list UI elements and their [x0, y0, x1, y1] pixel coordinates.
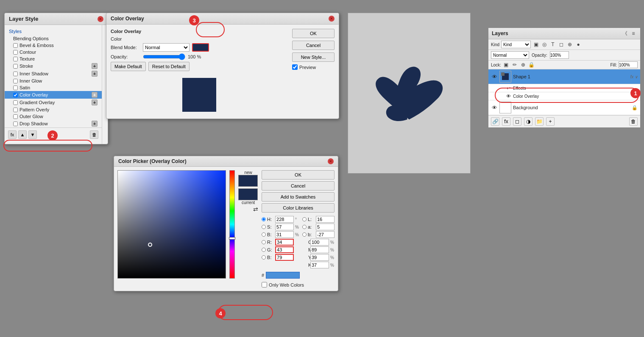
move-down-button[interactable]: ▼ — [28, 130, 37, 139]
satin-checkbox[interactable] — [13, 86, 18, 90]
reset-to-default-button[interactable]: Reset to Default — [148, 62, 190, 71]
color-overlay-eye-icon[interactable]: 👁 — [505, 93, 511, 99]
lock-transparent-button[interactable]: ▣ — [503, 61, 510, 68]
cp-blab-input[interactable] — [316, 231, 335, 238]
cp-k-input[interactable] — [310, 262, 329, 268]
cp-s-radio[interactable] — [262, 225, 266, 229]
smart-object-icon[interactable]: ⊕ — [566, 41, 573, 48]
bevel-emboss-item[interactable]: Bevel & Emboss — [5, 42, 102, 49]
type-icon[interactable]: T — [549, 41, 556, 48]
gradient-overlay-add[interactable]: + — [92, 99, 98, 105]
new-style-button[interactable]: New Style... — [292, 52, 335, 62]
cp-close-button[interactable]: ✕ — [328, 158, 334, 164]
inner-shadow-add[interactable]: + — [92, 71, 98, 77]
link-layers-button[interactable]: 🔗 — [491, 117, 499, 126]
inner-shadow-item[interactable]: Inner Shadow + — [5, 70, 102, 77]
fill-input[interactable] — [619, 61, 638, 68]
cp-color-libraries-button[interactable]: Color Libraries — [262, 203, 335, 213]
shape1-fx-indicator[interactable]: fx ∨ — [630, 75, 638, 79]
cp-cancel-button[interactable]: Cancel — [262, 181, 335, 191]
cp-y-input[interactable] — [310, 254, 329, 261]
filter-icon[interactable]: ● — [575, 41, 582, 48]
cp-a-radio[interactable] — [302, 225, 307, 229]
opacity-input[interactable] — [550, 51, 569, 59]
co-blend-select[interactable]: Normal Multiply Screen — [143, 43, 190, 52]
stroke-add[interactable]: + — [92, 63, 98, 69]
cp-l-input[interactable] — [316, 216, 335, 223]
cp-g-radio[interactable] — [262, 248, 266, 252]
shape1-visibility-icon[interactable]: 👁 — [491, 73, 498, 80]
make-default-button[interactable]: Make Default — [111, 62, 146, 71]
color-overlay-add[interactable]: + — [92, 92, 98, 98]
blending-options-item[interactable]: Blending Options — [5, 35, 102, 42]
outer-glow-checkbox[interactable] — [13, 114, 18, 119]
cp-hex-input[interactable]: 222b4f — [266, 272, 300, 279]
contour-item[interactable]: Contour — [5, 49, 102, 55]
outer-glow-item[interactable]: Outer Glow — [5, 113, 102, 120]
inner-shadow-checkbox[interactable] — [13, 72, 18, 76]
gradient-overlay-checkbox[interactable] — [13, 100, 18, 105]
inner-glow-item[interactable]: Inner Glow — [5, 77, 102, 84]
cp-c-input[interactable] — [310, 239, 329, 246]
add-mask-button[interactable]: ◻ — [513, 117, 521, 126]
cp-brgb-input[interactable] — [275, 254, 294, 261]
new-group-button[interactable]: 📁 — [535, 117, 544, 126]
move-up-button[interactable]: ▲ — [18, 130, 27, 139]
panel-menu-button[interactable]: ≡ — [630, 30, 637, 37]
preview-checkbox[interactable] — [292, 64, 298, 70]
drop-shadow-item[interactable]: Drop Shadow + — [5, 120, 102, 127]
collapse-panel-button[interactable]: 《 — [622, 30, 628, 37]
delete-button[interactable]: 🗑 — [90, 130, 98, 139]
layer-style-close-button[interactable]: ✕ — [98, 16, 103, 22]
pixel-icon[interactable]: ▣ — [532, 41, 539, 48]
lock-all-button[interactable]: 🔒 — [528, 61, 535, 68]
cp-swatch-new[interactable] — [238, 175, 258, 187]
cp-add-to-swatches-button[interactable]: Add to Swatches — [262, 192, 335, 202]
stroke-item[interactable]: Stroke + — [5, 62, 102, 70]
styles-header[interactable]: Styles — [5, 28, 102, 35]
inner-glow-checkbox[interactable] — [13, 79, 18, 83]
add-style-button[interactable]: fx — [502, 117, 510, 126]
co-opacity-slider[interactable] — [143, 53, 185, 60]
lock-position-button[interactable]: ⊕ — [520, 61, 527, 68]
drop-shadow-checkbox[interactable] — [13, 122, 18, 126]
cp-r-radio[interactable] — [262, 240, 266, 244]
adjustment-icon[interactable]: ◎ — [541, 41, 548, 48]
cp-ok-button[interactable]: OK — [262, 170, 335, 180]
ok-button[interactable]: OK — [292, 29, 335, 38]
cp-swatch-swap-icon[interactable]: ⇄ — [253, 206, 258, 213]
cp-s-input[interactable] — [275, 224, 294, 230]
effects-eye-icon[interactable]: ↩ — [505, 85, 511, 91]
texture-item[interactable]: Texture — [5, 55, 102, 62]
pattern-overlay-item[interactable]: Pattern Overly — [5, 106, 102, 113]
cp-h-radio[interactable] — [262, 217, 266, 221]
cp-hue-strip[interactable] — [229, 170, 235, 279]
lock-pixels-button[interactable]: ✏ — [511, 61, 518, 68]
delete-layer-button[interactable]: 🗑 — [629, 117, 638, 126]
background-visibility-icon[interactable]: 👁 — [491, 104, 498, 111]
cp-h-input[interactable] — [275, 216, 294, 223]
blend-mode-select[interactable]: Normal — [491, 51, 529, 59]
stroke-checkbox[interactable] — [13, 64, 18, 69]
color-overlay-item[interactable]: Color Overlay + — [5, 91, 102, 99]
drop-shadow-add[interactable]: + — [92, 121, 98, 127]
cp-gradient-square[interactable] — [117, 170, 226, 279]
kind-filter-select[interactable]: Kind — [501, 41, 531, 48]
cp-b-radio[interactable] — [262, 232, 266, 237]
color-overlay-checkbox[interactable] — [13, 93, 18, 97]
only-web-colors-checkbox[interactable] — [262, 282, 267, 287]
fx-button[interactable]: fx — [8, 130, 17, 139]
cp-b-input[interactable] — [275, 231, 294, 238]
cp-l-radio[interactable] — [302, 217, 307, 221]
cp-brgb-radio[interactable] — [262, 255, 266, 260]
co-close-button[interactable]: ✕ — [329, 16, 335, 22]
background-layer-item[interactable]: 👁 Background 🔒 — [488, 100, 640, 115]
cp-blab-radio[interactable] — [302, 232, 307, 237]
gradient-overlay-item[interactable]: Gradient Overlay + — [5, 99, 102, 106]
contour-checkbox[interactable] — [13, 50, 18, 55]
cp-m-input[interactable] — [310, 246, 329, 253]
pattern-overlay-checkbox[interactable] — [13, 108, 18, 112]
cp-g-input[interactable] — [275, 246, 294, 253]
bevel-emboss-checkbox[interactable] — [13, 43, 18, 48]
cp-a-input[interactable] — [316, 224, 335, 230]
